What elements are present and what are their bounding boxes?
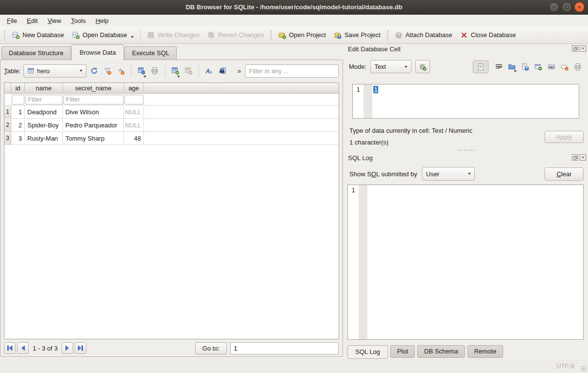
filter-input-name[interactable] <box>25 95 62 104</box>
show-sql-label: Show SQL submitted by <box>349 170 417 178</box>
refresh-icon <box>90 67 98 75</box>
next-page-button[interactable] <box>61 342 73 354</box>
toolbar-grip[interactable] <box>3 30 6 41</box>
filter-input-id[interactable] <box>12 95 24 104</box>
cell-name[interactable]: Deadpond <box>25 105 63 118</box>
close-database-button[interactable]: Close Database <box>456 29 520 41</box>
menu-view[interactable]: View <box>42 16 66 26</box>
delete-record-button <box>183 64 194 78</box>
row-header[interactable]: 3 <box>4 132 11 145</box>
toolbar-grip[interactable] <box>270 30 272 41</box>
filter-any-input[interactable] <box>245 64 339 78</box>
menu-help[interactable]: Help <box>91 16 114 26</box>
table-row[interactable]: 2 2 Spider-Boy Pedro Parqueador NULL <box>4 119 339 132</box>
row-header[interactable]: 2 <box>4 119 11 131</box>
clear-log-button[interactable]: Clear <box>545 167 584 181</box>
open-in-app-button[interactable] <box>534 63 542 71</box>
browse-toolbar: Table: hero <box>4 64 339 78</box>
close-panel-icon[interactable]: ✕ <box>580 45 586 52</box>
new-database-button[interactable]: New Database <box>8 29 68 41</box>
word-wrap-icon <box>495 63 503 71</box>
column-header-name[interactable]: name <box>25 83 63 93</box>
cell-id[interactable]: 3 <box>11 132 25 145</box>
cell-secret-name[interactable]: Pedro Parqueador <box>63 119 124 131</box>
cell-age[interactable]: NULL <box>124 105 144 118</box>
maximize-icon[interactable] <box>562 2 572 12</box>
goto-input[interactable] <box>230 342 339 354</box>
table-select[interactable]: hero <box>23 64 86 78</box>
export-table-button[interactable] <box>136 64 147 78</box>
float-panel-icon[interactable] <box>572 45 578 52</box>
open-database-dropdown-icon[interactable] <box>131 36 134 38</box>
tab-remote[interactable]: Remote <box>467 345 504 358</box>
open-project-button[interactable]: Open Project <box>274 29 330 41</box>
corner-header[interactable] <box>4 83 11 93</box>
open-project-icon <box>278 31 286 39</box>
clear-sort-button[interactable] <box>115 64 126 78</box>
toolbar-grip[interactable] <box>386 30 389 41</box>
close-icon[interactable]: ✕ <box>574 2 585 12</box>
cell-secret-name[interactable]: Dive Wilson <box>63 105 124 118</box>
cell-age[interactable]: 48 <box>124 132 144 145</box>
cell-id[interactable]: 1 <box>11 105 25 118</box>
tab-database-structure[interactable]: Database Structure <box>1 46 71 60</box>
close-panel-icon[interactable]: ✕ <box>580 154 586 161</box>
find-button[interactable] <box>217 64 228 78</box>
column-header-id[interactable]: id <box>11 83 25 93</box>
cell-content[interactable]: 1 <box>373 86 378 93</box>
cell-name[interactable]: Rusty-Man <box>25 132 63 145</box>
copy-link-button[interactable] <box>547 63 555 71</box>
tab-plot[interactable]: Plot <box>390 345 415 358</box>
sql-log-editor[interactable]: 1 <box>347 185 584 340</box>
first-page-icon <box>6 345 13 352</box>
tab-execute-sql[interactable]: Execute SQL <box>124 46 177 60</box>
import-data-button[interactable] <box>508 63 516 71</box>
splitter-handle[interactable] <box>458 149 474 151</box>
filter-input-secret-name[interactable] <box>63 95 123 104</box>
goto-button[interactable]: Go to: <box>195 342 227 354</box>
set-null-button[interactable] <box>561 63 568 71</box>
print-button[interactable] <box>149 64 160 78</box>
float-panel-icon[interactable] <box>572 154 578 161</box>
cell-secret-name[interactable]: Tommy Sharp <box>63 132 124 145</box>
encoding-indicator[interactable]: UTF-8 <box>556 362 574 370</box>
submitted-by-select[interactable]: User <box>422 167 475 181</box>
text-mode-button[interactable] <box>473 61 488 73</box>
clear-filters-button[interactable] <box>102 64 113 78</box>
insert-record-button[interactable] <box>170 64 181 78</box>
auto-apply-button[interactable] <box>415 60 430 73</box>
column-header-age[interactable]: age <box>124 83 144 93</box>
font-settings-button[interactable]: A A <box>204 64 215 78</box>
cell-editor[interactable]: 1 1 <box>352 84 579 119</box>
tab-sql-log[interactable]: SQL Log <box>347 345 388 359</box>
column-header-secret-name[interactable]: secret_name <box>63 83 124 93</box>
word-wrap-button[interactable] <box>495 63 503 71</box>
row-header[interactable]: 1 <box>4 105 11 118</box>
menu-file[interactable]: File <box>2 16 22 26</box>
menu-edit[interactable]: Edit <box>22 16 42 26</box>
open-database-button[interactable]: Open Database <box>68 29 138 41</box>
attach-database-button[interactable]: Attach Database <box>391 29 456 41</box>
table-row[interactable]: 3 3 Rusty-Man Tommy Sharp 48 <box>4 132 339 145</box>
mode-select[interactable]: Text <box>370 60 411 73</box>
new-database-icon <box>12 31 20 39</box>
previous-page-button[interactable] <box>17 342 29 354</box>
first-page-button[interactable] <box>4 342 16 354</box>
refresh-button[interactable] <box>89 64 100 78</box>
save-project-button[interactable]: Save Project <box>330 29 385 41</box>
menu-tools[interactable]: Tools <box>66 16 90 26</box>
resize-grip[interactable] <box>581 366 587 372</box>
tab-browse-data[interactable]: Browse Data <box>71 44 124 60</box>
cell-name[interactable]: Spider-Boy <box>25 119 63 131</box>
cell-age[interactable]: NULL <box>124 119 144 131</box>
tab-db-schema[interactable]: DB Schema <box>417 345 465 358</box>
print-cell-button[interactable] <box>574 63 582 71</box>
table-row[interactable]: 1 1 Deadpond Dive Wilson NULL <box>4 105 339 119</box>
export-data-button[interactable] <box>521 63 529 71</box>
last-page-button[interactable] <box>75 342 86 354</box>
sql-log-dock-controls: ✕ <box>572 154 586 161</box>
filter-input-age[interactable] <box>124 95 143 104</box>
cell-id[interactable]: 2 <box>11 119 25 131</box>
minimize-icon[interactable]: ─ <box>549 2 559 12</box>
toolbar-overflow-chevron-icon[interactable]: » <box>237 67 241 75</box>
